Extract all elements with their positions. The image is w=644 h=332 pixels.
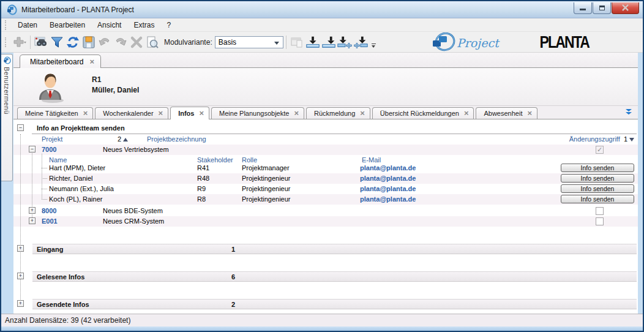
member-email-link[interactable]: planta@planta.de (360, 175, 416, 182)
modulvariante-select[interactable]: Basis (215, 36, 283, 48)
insert-record-after-button[interactable] (321, 34, 337, 50)
overflow-bar-icon (372, 43, 376, 44)
delete-button[interactable] (129, 34, 144, 50)
add-record-button[interactable] (12, 34, 28, 50)
redo-button[interactable] (113, 34, 129, 50)
col-projektbezeichnung[interactable]: Projektbezeichnung (147, 135, 206, 143)
expand-expander[interactable]: + (17, 300, 24, 307)
project-id-link[interactable]: 7000 (42, 146, 56, 153)
toolbar-overflow-button[interactable] (370, 34, 378, 50)
aenderungszugriff-checkbox[interactable] (596, 207, 604, 215)
collapse-expander[interactable]: − (17, 124, 24, 131)
tab-mitarbeiterboard[interactable]: Mitarbeiterboard × (20, 55, 101, 68)
tab-close-icon[interactable]: × (294, 110, 299, 116)
col-aenderungszugriff-group[interactable]: Änderungszugriff 1 (569, 135, 634, 143)
tree-line (42, 189, 47, 189)
tab-infos[interactable]: Infos× (170, 107, 209, 119)
expand-expander[interactable]: + (29, 207, 36, 214)
preview-button[interactable] (144, 34, 160, 50)
tab-close-icon[interactable]: × (89, 59, 94, 65)
tab-close-icon[interactable]: × (83, 110, 88, 116)
filter-button[interactable] (49, 34, 65, 50)
save-button[interactable] (81, 34, 97, 50)
expand-expander[interactable]: + (17, 245, 24, 252)
member-row: Koch (PL), Rainer R8 Projektingenieur pl… (13, 194, 638, 205)
info-senden-button[interactable]: Info senden (561, 164, 634, 172)
close-button[interactable] (612, 2, 639, 14)
project-name: Neues CRM-System (103, 217, 164, 225)
info-senden-button[interactable]: Info senden (561, 174, 634, 183)
tab-rueckmeldung[interactable]: Rückmeldung× (306, 107, 370, 119)
tab-uebersicht-rueckmeldungen[interactable]: Übersicht Rückmeldungen× (372, 107, 474, 119)
col-sort-indicator[interactable]: 2 (118, 135, 128, 143)
tab-overflow-chevron-icon[interactable] (626, 109, 632, 115)
undo-button[interactable] (97, 34, 113, 50)
tab-label: Meine Tätigkeiten (25, 110, 78, 117)
section-title: Eingang (37, 246, 63, 253)
aenderungszugriff-checkbox[interactable] (596, 217, 604, 225)
tab-close-icon[interactable]: × (199, 110, 204, 116)
expand-expander[interactable]: + (17, 273, 24, 279)
left-dock-strip: Benutzermenü (1, 53, 13, 314)
menu-ansicht[interactable]: Ansicht (91, 19, 127, 31)
menu-bearbeiten[interactable]: Bearbeiten (43, 19, 91, 31)
info-senden-button[interactable]: Info senden (561, 195, 634, 203)
tab-label: Wochenkalender (103, 110, 153, 117)
module-form-icon (290, 36, 304, 49)
tab-meine-planungsobjekte[interactable]: Meine Planungsobjekte× (211, 107, 304, 119)
tab-abwesenheit[interactable]: Abwesenheit× (476, 107, 537, 119)
insert-child-record-button[interactable] (337, 34, 353, 50)
module-form-button[interactable] (289, 34, 305, 50)
title-bar: Mitarbeiterboard - PLANTA Project (1, 1, 643, 18)
section-title: Gelesene Infos (37, 273, 84, 281)
binoculars-icon (34, 36, 48, 49)
window-bottom-frame (1, 326, 643, 331)
planta-logo: PLANTA (540, 32, 590, 51)
project-id-link[interactable]: E001 (42, 217, 58, 225)
tab-close-icon[interactable]: × (159, 110, 163, 116)
find-button[interactable] (33, 34, 49, 50)
info-senden-button[interactable]: Info senden (561, 184, 634, 193)
insert-child-record-icon (337, 36, 353, 49)
toolbar-separator-2 (286, 36, 286, 49)
maximize-button[interactable] (593, 2, 611, 14)
member-email-link[interactable]: planta@planta.de (360, 164, 416, 172)
tab-meine-taetigkeiten[interactable]: Meine Tätigkeiten× (17, 107, 93, 119)
insert-sibling-record-button[interactable] (353, 34, 369, 50)
menu-extras[interactable]: Extras (127, 19, 160, 31)
tree-line (42, 168, 47, 168)
section-title-row: − Info an Projektteam senden (13, 123, 638, 134)
close-icon (621, 4, 629, 11)
col-projekt[interactable]: Projekt (42, 135, 62, 143)
tab-close-icon[interactable]: × (360, 110, 365, 116)
insert-sibling-record-icon (353, 36, 369, 49)
member-row: Hart (MPM), Dieter R41 Projektmanager pl… (13, 163, 638, 173)
section-row-eingang: + Eingang 1 (13, 244, 638, 254)
expand-expander[interactable]: + (29, 217, 36, 224)
project-id-link[interactable]: 8000 (42, 207, 56, 214)
collapse-expander[interactable]: − (29, 146, 36, 153)
infos-module-content: − Info an Projektteam senden Projekt 2 P… (13, 119, 638, 314)
minimize-button[interactable] (574, 2, 592, 14)
tree-line (42, 178, 47, 179)
insert-record-button[interactable] (305, 34, 321, 50)
column-header-row: Projekt 2 Projektbezeichnung Änderungszu… (13, 134, 638, 145)
save-icon (81, 36, 96, 49)
member-email-link[interactable]: planta@planta.de (360, 185, 416, 192)
member-email-link[interactable]: planta@planta.de (360, 195, 416, 203)
preview-icon (145, 36, 160, 49)
tab-close-icon[interactable]: × (527, 110, 532, 116)
menu-daten[interactable]: Daten (12, 19, 43, 31)
member-name: Neumann (Ext.), Julia (49, 185, 114, 192)
col-aenderung-sort: 1 (624, 135, 627, 143)
overflow-caret-icon (372, 45, 375, 48)
tab-close-icon[interactable]: × (464, 110, 469, 116)
member-rolle: Projektingenieur (242, 175, 291, 182)
menu-grip (5, 20, 8, 30)
benutzermenu-tab[interactable]: Benutzermenü (1, 54, 13, 181)
menu-help[interactable]: ? (160, 19, 177, 31)
refresh-button[interactable] (65, 34, 81, 50)
tab-mitarbeiterboard-label: Mitarbeiterboard (30, 58, 83, 66)
aenderungszugriff-checkbox[interactable]: ✓ (596, 146, 604, 154)
tab-wochenkalender[interactable]: Wochenkalender× (95, 107, 168, 119)
